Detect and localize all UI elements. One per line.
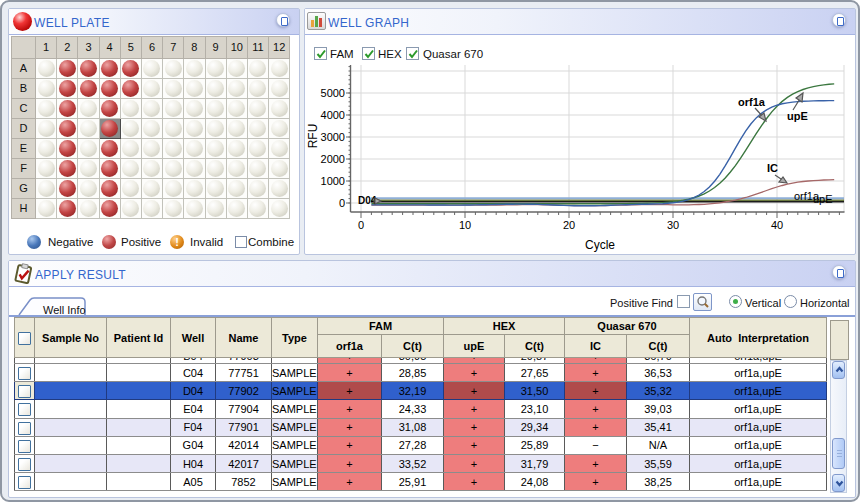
svg-text:IC: IC — [767, 162, 778, 174]
svg-text:2000: 2000 — [321, 153, 345, 165]
svg-text:Cycle: Cycle — [585, 238, 615, 252]
svg-text:3000: 3000 — [321, 131, 345, 143]
svg-text:upE: upE — [813, 193, 833, 205]
svg-text:30: 30 — [667, 219, 679, 231]
svg-text:0: 0 — [358, 219, 364, 231]
svg-text:5000: 5000 — [321, 87, 345, 99]
svg-text:0: 0 — [339, 197, 345, 209]
svg-text:RFU: RFU — [306, 124, 320, 149]
svg-text:upE: upE — [787, 110, 808, 122]
svg-text:40: 40 — [771, 219, 783, 231]
svg-text:4000: 4000 — [321, 109, 345, 121]
svg-text:orf1a: orf1a — [738, 96, 766, 108]
svg-text:10: 10 — [459, 219, 471, 231]
svg-text:20: 20 — [563, 219, 575, 231]
svg-text:1000: 1000 — [321, 175, 345, 187]
